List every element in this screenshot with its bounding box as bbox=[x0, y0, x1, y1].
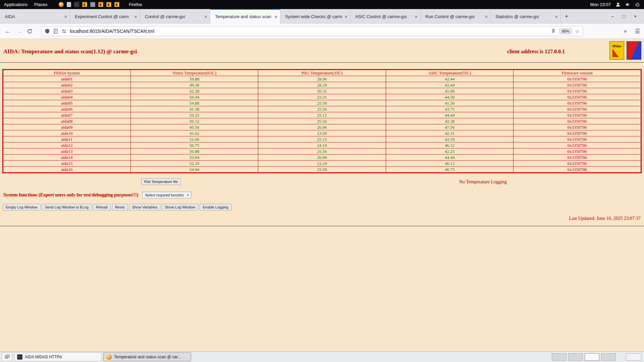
workspace-1[interactable] bbox=[552, 353, 567, 361]
action-button[interactable]: Send Log Window to ELog bbox=[42, 204, 92, 210]
virtex-temperature-cell: 41.38 bbox=[130, 106, 258, 112]
taskbar-window-firefox[interactable]: Temperature and status scan @ car... bbox=[103, 352, 191, 361]
plot-temperature-button[interactable]: Plot Temperature file bbox=[141, 178, 181, 185]
psu-temperature-cell: 25.56 bbox=[258, 106, 386, 112]
places-menu[interactable]: Places bbox=[34, 2, 47, 7]
files-icon[interactable] bbox=[67, 2, 71, 7]
show-desktop-button[interactable] bbox=[1, 352, 13, 361]
active-app-label[interactable]: Firefox bbox=[129, 2, 142, 7]
tab-close-icon[interactable]: × bbox=[274, 14, 277, 19]
overflow-menu-icon[interactable]: » bbox=[624, 28, 627, 34]
firmware-version-cell: 0x3350706 bbox=[514, 167, 641, 173]
taskbar-window-httpd[interactable]: AIDA MIDAS HTTPd bbox=[14, 352, 102, 361]
tab-close-icon[interactable]: × bbox=[344, 14, 347, 19]
volume-icon[interactable] bbox=[625, 2, 630, 7]
nav-end: » ☰ bbox=[624, 28, 640, 35]
midas-window-icon[interactable] bbox=[98, 2, 103, 7]
new-tab-button[interactable]: + bbox=[561, 9, 572, 24]
psu-temperature-cell: 26.00 bbox=[258, 155, 386, 161]
hamburger-menu-icon[interactable]: ☰ bbox=[635, 28, 640, 35]
firmware-version-cell: 0x3350706 bbox=[514, 112, 641, 118]
tab-close-icon[interactable]: × bbox=[485, 14, 488, 19]
browser-tab[interactable]: Statistics @ carme-gsi × bbox=[491, 9, 561, 24]
power-icon[interactable] bbox=[635, 2, 640, 7]
window-close-button[interactable]: × bbox=[631, 14, 640, 19]
firefox-icon[interactable] bbox=[59, 2, 64, 7]
tab-title: AIDA bbox=[5, 14, 62, 19]
window-maximize-button[interactable]: □ bbox=[619, 14, 629, 19]
url-text[interactable]: localhost:8015/AIDA/TSCAN/TSCAN.tml bbox=[70, 28, 548, 34]
browser-tab[interactable]: Run Control @ carme-gsi × bbox=[421, 9, 491, 24]
tab-close-icon[interactable]: × bbox=[415, 14, 418, 19]
psu-temperature-cell: 25.12 bbox=[258, 112, 386, 118]
firefox-icon bbox=[106, 354, 112, 360]
firmware-version-cell: 0x3350706 bbox=[514, 88, 641, 94]
action-button[interactable]: Show Variables bbox=[129, 204, 161, 210]
institute-logo bbox=[627, 41, 641, 60]
app-window-icon[interactable] bbox=[90, 2, 95, 7]
psu-temperature-cell: 23.31 bbox=[258, 94, 386, 100]
midas-logo: Midas bbox=[609, 41, 624, 60]
terminal-icon bbox=[17, 354, 22, 360]
desktop-top-bar: Applications Places Firefox Mon 23:07 bbox=[0, 0, 644, 9]
bookmark-star-icon[interactable]: ☆ bbox=[575, 29, 579, 34]
asic-temperature-cell: 44.50 bbox=[386, 94, 514, 100]
virtex-temperature-cell: 59.88 bbox=[130, 76, 258, 82]
user-icon[interactable] bbox=[615, 2, 621, 7]
window-minimize-button[interactable]: − bbox=[608, 14, 617, 19]
page-info-icon[interactable] bbox=[53, 28, 58, 34]
action-button[interactable]: Reset bbox=[112, 204, 128, 210]
action-button[interactable]: Reload bbox=[93, 204, 111, 210]
midas-window-icon[interactable] bbox=[106, 2, 111, 7]
workspace-3[interactable] bbox=[585, 353, 599, 361]
fee64-system-cell: aida07 bbox=[3, 112, 131, 118]
table-row: aida10 41.62 23.50 42.31 0x3350706 bbox=[3, 130, 641, 136]
midas-window-icon[interactable] bbox=[114, 2, 119, 7]
taskbar-applet bbox=[626, 353, 641, 361]
browser-tab[interactable]: Control @ carme-gsi × bbox=[140, 9, 210, 24]
tab-close-icon[interactable]: × bbox=[134, 14, 137, 19]
tab-title: System wide Checks @ carm bbox=[285, 14, 342, 19]
midas-window-icon[interactable] bbox=[82, 2, 87, 7]
terminal-icon[interactable] bbox=[74, 2, 79, 7]
column-header: Firmware version bbox=[514, 70, 641, 76]
firmware-version-cell: 0x3350706 bbox=[514, 94, 641, 100]
tab-close-icon[interactable]: × bbox=[204, 14, 207, 19]
browser-tab[interactable]: System wide Checks @ carm × bbox=[280, 9, 351, 24]
reader-mode-icon[interactable] bbox=[551, 28, 556, 34]
back-button[interactable]: ← bbox=[4, 28, 11, 34]
browser-tab[interactable]: Temperature and status scan × bbox=[210, 9, 280, 24]
asic-temperature-cell: 42.25 bbox=[386, 148, 514, 155]
browser-tab[interactable]: AIDA × bbox=[0, 9, 70, 24]
table-row: aida04 56.94 23.31 44.50 0x3350706 bbox=[3, 94, 641, 100]
action-button[interactable]: Show Log Window bbox=[162, 204, 198, 210]
client-address: client address is 127.0.0.1 bbox=[507, 49, 565, 55]
action-button[interactable]: Empty Log Window bbox=[3, 204, 41, 210]
virtex-temperature-cell: 49.38 bbox=[130, 82, 258, 88]
psu-temperature-cell: 24.19 bbox=[258, 142, 386, 148]
browser-tab[interactable]: ASIC Control @ carme-gsi × bbox=[351, 9, 421, 24]
browser-tab[interactable]: Experiment Control @ carm × bbox=[70, 9, 140, 24]
tab-close-icon[interactable]: × bbox=[555, 14, 558, 19]
tab-close-icon[interactable]: × bbox=[64, 14, 67, 19]
applications-menu[interactable]: Applications bbox=[4, 2, 28, 7]
psu-temperature-cell: 25.50 bbox=[258, 100, 386, 106]
action-button[interactable]: Enable Logging bbox=[200, 204, 231, 210]
tracking-protection-icon[interactable] bbox=[45, 28, 50, 34]
function-select[interactable]: Select required function ▾ bbox=[142, 192, 191, 198]
clock[interactable]: Mon 23:07 bbox=[590, 2, 611, 7]
workspace-2[interactable] bbox=[568, 353, 583, 361]
psu-temperature-cell: 25.12 bbox=[258, 136, 386, 142]
table-row: aida11 51.06 25.12 43.19 0x3350706 bbox=[3, 136, 641, 142]
virtex-temperature-cell: 56.88 bbox=[130, 148, 258, 155]
url-bar[interactable]: localhost:8015/AIDA/TSCAN/TSCAN.tml 80% … bbox=[41, 26, 583, 36]
zoom-level-button[interactable]: 80% bbox=[559, 28, 572, 34]
virtex-temperature-cell: 52.19 bbox=[130, 161, 258, 167]
table-row: aida05 54.88 25.50 41.50 0x3350706 bbox=[3, 100, 641, 106]
asic-temperature-cell: 44.44 bbox=[386, 155, 514, 161]
reload-button[interactable] bbox=[27, 28, 33, 34]
workspace-4[interactable] bbox=[601, 353, 616, 361]
permissions-icon[interactable] bbox=[61, 28, 67, 34]
firmware-version-cell: 0x3350706 bbox=[514, 142, 641, 148]
forward-button[interactable]: → bbox=[15, 28, 23, 34]
